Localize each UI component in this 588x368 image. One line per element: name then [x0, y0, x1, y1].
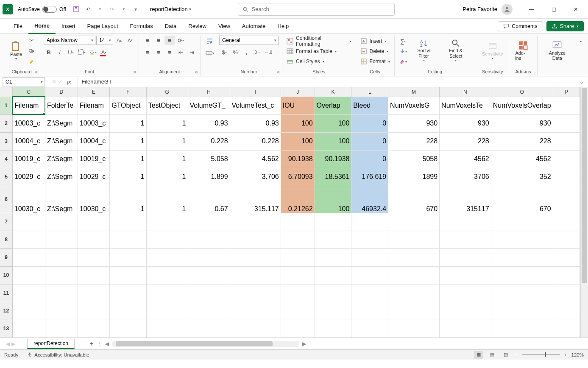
cell-L12[interactable] — [351, 302, 388, 320]
cell-K9[interactable] — [315, 248, 351, 266]
cell-G4[interactable]: 1 — [146, 150, 188, 168]
cell-P7[interactable] — [553, 213, 580, 231]
tab-help[interactable]: Help — [272, 19, 295, 34]
increase-decimal-button[interactable]: .0→ — [252, 47, 262, 57]
cell-P4[interactable] — [553, 150, 580, 168]
cut-button[interactable]: ✂ — [26, 36, 36, 45]
autosave-toggle[interactable] — [42, 6, 57, 13]
cell-M9[interactable] — [388, 248, 440, 266]
cell-N9[interactable] — [440, 248, 491, 266]
col-header-C[interactable]: C — [12, 87, 45, 97]
col-header-F[interactable]: F — [110, 87, 146, 97]
cell-C2[interactable]: 10003_c — [12, 114, 45, 132]
cell-O1[interactable]: NumVoxelsOverlap — [491, 97, 553, 114]
cell-J5[interactable]: 6.70093 — [281, 168, 315, 186]
formula-expand-button[interactable]: ⌄ — [580, 79, 588, 85]
cell-D10[interactable] — [45, 266, 78, 284]
share-button[interactable]: Share ▾ — [546, 21, 584, 31]
cell-G1[interactable]: TestObject — [146, 97, 188, 114]
cell-D7[interactable] — [45, 213, 78, 231]
row-header-4[interactable]: 4 — [0, 150, 12, 168]
align-right-button[interactable]: ≡ — [164, 47, 175, 57]
cell-F3[interactable]: 1 — [110, 132, 146, 150]
cell-L3[interactable]: 0 — [351, 132, 388, 150]
cell-K6[interactable]: 100 — [315, 186, 351, 213]
cell-D13[interactable] — [45, 320, 78, 337]
zoom-slider[interactable] — [522, 354, 560, 355]
insert-cells-button[interactable]: Insert — [359, 36, 387, 46]
cell-F2[interactable]: 1 — [110, 114, 146, 132]
cell-O8[interactable] — [491, 231, 553, 248]
cell-J3[interactable]: 100 — [281, 132, 315, 150]
decrease-indent-button[interactable]: ⇤ — [176, 47, 186, 57]
format-cells-button[interactable]: Format — [359, 57, 391, 66]
cell-N8[interactable] — [440, 231, 491, 248]
view-pagebreak-button[interactable]: ▧ — [501, 351, 510, 359]
cell-G8[interactable] — [146, 231, 188, 248]
cell-F12[interactable] — [110, 302, 146, 320]
cell-L4[interactable]: 0 — [351, 150, 388, 168]
cell-C13[interactable] — [12, 320, 45, 337]
cell-K10[interactable] — [315, 266, 351, 284]
cell-F8[interactable] — [110, 231, 146, 248]
align-middle-button[interactable]: ≡ — [153, 36, 164, 45]
document-name[interactable]: reportDetection ▾ — [150, 6, 192, 12]
cell-D11[interactable] — [45, 284, 78, 302]
cell-C11[interactable] — [12, 284, 45, 302]
cell-H3[interactable]: 0.228 — [188, 132, 230, 150]
cell-E2[interactable]: 10003_c — [78, 114, 109, 132]
undo-button[interactable]: ↶ — [83, 4, 94, 15]
cell-L5[interactable]: 176.619 — [351, 168, 388, 186]
col-header-N[interactable]: N — [440, 87, 491, 97]
redo-dropdown[interactable] — [118, 4, 129, 15]
add-sheet-button[interactable]: + — [86, 339, 97, 349]
cell-E10[interactable] — [78, 266, 109, 284]
sheet-tab-active[interactable]: reportDetection — [27, 339, 75, 349]
cell-J10[interactable] — [281, 266, 315, 284]
conditional-formatting-button[interactable]: Conditional Formatting — [286, 36, 352, 46]
cell-D4[interactable]: Z:\Segm — [45, 150, 78, 168]
col-header-H[interactable]: H — [188, 87, 230, 97]
tab-review[interactable]: Review — [182, 19, 212, 34]
cell-I13[interactable] — [230, 320, 281, 337]
cell-K11[interactable] — [315, 284, 351, 302]
row-header-9[interactable]: 9 — [0, 248, 12, 266]
cell-G12[interactable] — [146, 302, 188, 320]
sheet-prev-button[interactable]: ◀ — [6, 341, 10, 347]
cell-P1[interactable] — [553, 97, 580, 114]
cell-K5[interactable]: 18.5361 — [315, 168, 351, 186]
search-input[interactable]: Search — [238, 3, 395, 16]
fill-color-button[interactable] — [88, 47, 98, 57]
cell-F1[interactable]: GTObject — [110, 97, 146, 114]
cell-C7[interactable] — [12, 213, 45, 231]
alignment-launcher[interactable]: ⧉ — [195, 70, 198, 75]
cell-K8[interactable] — [315, 231, 351, 248]
number-format-combo[interactable]: General — [219, 36, 279, 45]
cell-E6[interactable]: 10030_c — [78, 186, 109, 213]
tab-view[interactable]: View — [212, 19, 236, 34]
cell-C9[interactable] — [12, 248, 45, 266]
col-header-L[interactable]: L — [351, 87, 388, 97]
cell-O12[interactable] — [491, 302, 553, 320]
border-button[interactable] — [77, 47, 87, 57]
copy-button[interactable]: ⧉ — [26, 46, 36, 56]
cell-G2[interactable]: 1 — [146, 114, 188, 132]
cell-J13[interactable] — [281, 320, 315, 337]
tab-home[interactable]: Home — [28, 19, 56, 34]
cell-E7[interactable] — [78, 213, 109, 231]
cell-N7[interactable] — [440, 213, 491, 231]
font-family-combo[interactable]: Aptos Narrow — [44, 36, 95, 45]
delete-cells-button[interactable]: Delete — [359, 47, 390, 56]
cell-P10[interactable] — [553, 266, 580, 284]
cell-I4[interactable]: 4.562 — [230, 150, 281, 168]
italic-button[interactable]: I — [55, 47, 65, 57]
cell-G6[interactable]: 1 — [146, 186, 188, 213]
cell-I3[interactable]: 0.228 — [230, 132, 281, 150]
cell-L10[interactable] — [351, 266, 388, 284]
clipboard-launcher[interactable]: ⧉ — [35, 70, 37, 75]
col-header-G[interactable]: G — [146, 87, 188, 97]
cell-F4[interactable]: 1 — [110, 150, 146, 168]
cell-C8[interactable] — [12, 231, 45, 248]
cell-D12[interactable] — [45, 302, 78, 320]
cell-P9[interactable] — [553, 248, 580, 266]
